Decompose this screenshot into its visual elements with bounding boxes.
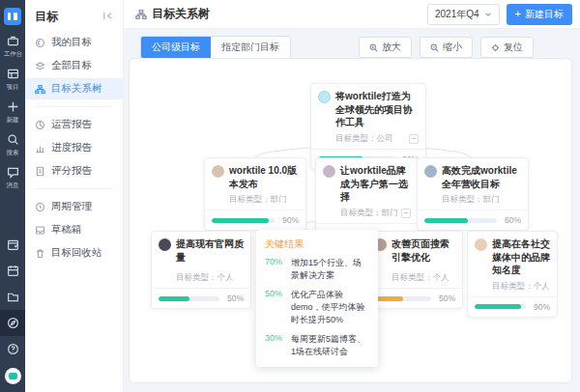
sidebar-divider: [35, 188, 113, 189]
collapse-node-button[interactable]: −: [409, 134, 419, 144]
goal-type: 目标类型：部门: [340, 208, 398, 219]
goal-card[interactable]: 提高现有官网质量 目标类型：个人 50%: [151, 231, 251, 309]
goal-type: 目标类型：部门: [442, 194, 500, 206]
reset-icon: [491, 43, 500, 52]
chevron-down-icon: [484, 11, 492, 18]
tree-view: 公司级目标 指定部门目标 放大 缩小 复位: [124, 29, 580, 392]
plus-icon: +: [515, 9, 521, 19]
pie-chart-icon: [35, 120, 45, 130]
key-result-text: 每周更新5篇博客、1场在线研讨会: [291, 333, 369, 358]
rail-bottom-group: [0, 232, 25, 392]
zoom-in-icon: [369, 43, 378, 52]
cycle-icon: [35, 202, 45, 212]
folder-icon[interactable]: [0, 284, 25, 310]
tree-toolbar: 公司级目标 指定部门目标 放大 缩小 复位: [140, 36, 534, 59]
rail-item-search[interactable]: 搜索: [6, 133, 19, 157]
sidebar-item-operation-report[interactable]: 运营报告: [25, 114, 123, 135]
sidebar-item-drafts[interactable]: 草稿箱: [25, 219, 123, 240]
goal-type: 目标类型：部门: [229, 194, 287, 206]
rail-item-messages[interactable]: 消息: [6, 166, 19, 190]
sidebar-item-recycle-bin[interactable]: 目标回收站: [25, 242, 123, 264]
avatar: [212, 165, 224, 178]
sidebar-item-progress-report[interactable]: 进度报告: [25, 137, 123, 158]
goal-card[interactable]: 提高在各社交媒体中的品牌知名度 目标类型：个人 90%: [467, 231, 558, 318]
sidebar-item-all-goals[interactable]: 全部目标: [25, 55, 123, 76]
sidebar-item-score-report[interactable]: 评分报告: [25, 160, 123, 182]
key-result-text: 增加15个行业、场景解决方案: [291, 257, 369, 282]
projects-icon: [7, 68, 19, 80]
key-result-weight: 30%: [265, 333, 286, 358]
avatar: [475, 238, 487, 251]
app-window: 工作台 项目 新建 搜索 消息: [0, 0, 580, 392]
sidebar-divider: [35, 106, 113, 107]
sidebar-item-label: 全部目标: [51, 59, 92, 72]
rail-item-label: 搜索: [7, 148, 19, 156]
sidebar-item-cycle-management[interactable]: 周期管理: [25, 196, 123, 217]
reset-view-button[interactable]: 复位: [480, 37, 534, 58]
key-result-weight: 70%: [265, 257, 286, 282]
sidebar-item-goal-tree[interactable]: 目标关系树: [25, 78, 123, 99]
progress-label: 50%: [436, 294, 455, 303]
rail-item-workbench[interactable]: 工作台: [3, 35, 23, 59]
goal-scope-tabs: 公司级目标 指定部门目标: [140, 36, 291, 59]
sidebar-item-label: 目标回收站: [51, 246, 102, 260]
goal-card[interactable]: 改善页面搜索引擎优化 目标类型：个人 50%: [366, 231, 463, 309]
goal-title: 高效完成worktile 全年营收目标: [442, 164, 521, 190]
goal-card[interactable]: 高效完成worktile 全年营收目标 目标类型：部门 60%: [417, 157, 529, 231]
user-avatar[interactable]: [5, 368, 21, 384]
sidebar-title: 目标: [35, 9, 58, 25]
page-header: 目标关系树 2021年Q4 + 新建目标: [124, 0, 580, 29]
rail-item-create[interactable]: 新建: [6, 100, 19, 125]
collapse-sidebar-icon[interactable]: [102, 8, 113, 25]
page-title-wrap: 目标关系树: [135, 6, 210, 22]
help-icon[interactable]: [0, 336, 25, 362]
rail-item-label: 新建: [7, 115, 19, 124]
goal-type: 目标类型：个人: [492, 281, 550, 293]
tab-company-goals[interactable]: 公司级目标: [141, 37, 211, 58]
progress-label: 90%: [531, 302, 550, 312]
plus-icon: [7, 100, 19, 113]
key-result-text: 优化产品体验demo，使平均体验时长提升50%: [291, 289, 369, 326]
sidebar-item-my-goals[interactable]: 我的目标: [25, 32, 123, 53]
goal-tree-icon: [35, 84, 45, 95]
schedule-icon[interactable]: [0, 232, 25, 258]
period-select[interactable]: 2021年Q4: [427, 4, 500, 25]
new-goal-button[interactable]: + 新建目标: [507, 4, 572, 25]
zoom-in-button[interactable]: 放大: [359, 37, 412, 58]
avatar: [159, 238, 171, 251]
goal-tree-canvas[interactable]: 将worktile打造为全球领先的项目协作工具 目标类型：公司 − 60%: [129, 58, 572, 383]
sidebar-item-label: 评分报告: [51, 164, 92, 178]
collapse-node-button[interactable]: −: [401, 209, 411, 218]
rail-item-projects[interactable]: 项目: [6, 68, 19, 92]
sidebar-item-label: 我的目标: [51, 36, 92, 49]
goal-title: worktile 10.0版本发布: [229, 164, 299, 190]
new-goal-label: 新建目标: [525, 8, 564, 21]
document-icon: [35, 166, 45, 177]
draft-box-icon: [35, 225, 45, 236]
goal-type: 目标类型：个人: [392, 272, 450, 284]
progress-label: 90%: [279, 215, 299, 225]
bar-chart-icon: [35, 143, 45, 154]
avatar: [318, 91, 331, 103]
progress-bar: [212, 218, 275, 223]
goal-card[interactable]: worktile 10.0版本发布 目标类型：部门 90%: [204, 157, 306, 231]
zoom-out-button[interactable]: 缩小: [420, 37, 473, 58]
tab-department-goals[interactable]: 指定部门目标: [211, 37, 290, 58]
trash-icon: [35, 248, 45, 259]
message-icon: [7, 166, 19, 179]
all-goals-icon: [35, 61, 45, 71]
sidebar-item-label: 目标关系树: [51, 82, 102, 96]
goal-title: 让worktile品牌成为客户第一选择: [340, 164, 411, 204]
goal-title: 提高在各社交媒体中的品牌知名度: [492, 238, 550, 277]
key-result-item: 30% 每周更新5篇博客、1场在线研讨会: [265, 333, 369, 358]
rail-item-label: 项目: [7, 82, 19, 91]
goal-title: 提高现有官网质量: [176, 238, 244, 264]
key-result-weight: 50%: [265, 289, 286, 326]
compass-icon[interactable]: [0, 310, 25, 336]
progress-bar: [159, 296, 219, 301]
worktile-logo-icon[interactable]: [4, 8, 21, 25]
app-rail: 工作台 项目 新建 搜索 消息: [0, 0, 25, 392]
calendar-icon[interactable]: [0, 258, 25, 284]
zoom-out-icon: [430, 43, 439, 52]
key-result-item: 50% 优化产品体验demo，使平均体验时长提升50%: [265, 289, 369, 326]
